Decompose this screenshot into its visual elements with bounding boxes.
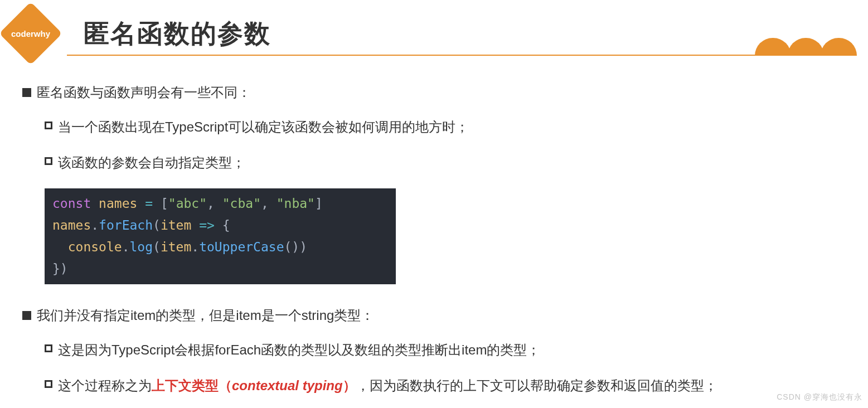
wave-shape [755,38,791,56]
code-func: forEach [99,218,153,232]
bullet-2-2: 这个过程称之为上下文类型（contextual typing），因为函数执行的上… [45,376,846,396]
code-var: names [99,196,137,211]
code-op: => [199,218,215,232]
bullet-1-1: 当一个函数出现在TypeScript可以确定该函数会被如何调用的地方时； [45,117,846,137]
code-punc: [ [161,196,168,211]
slide-title: 匿名函数的参数 [84,8,868,51]
logo: coderwhy [6,8,56,59]
code-indent [52,240,68,254]
bullet-2-2-pre: 这个过程称之为 [58,378,152,393]
code-string: "cba" [222,196,261,211]
code-punc: ( [153,218,161,232]
code-punc: { [222,218,230,232]
term-en: contextual typing [232,378,343,393]
term-close: ） [343,378,356,393]
code-punc: } [52,261,60,276]
slide-content: 匿名函数与函数声明会有一些不同： 当一个函数出现在TypeScript可以确定该… [0,56,868,396]
code-punc: . [122,240,130,254]
bullet-1-2-text: 该函数的参数会自动指定类型； [58,153,245,173]
code-punc: ( [284,240,292,254]
code-obj: console [68,240,122,254]
code-string: "nba" [277,196,315,211]
bullet-2: 我们并没有指定item的类型，但是item是一个string类型： [22,307,846,324]
code-punc: . [191,240,199,254]
code-param: item [161,240,191,254]
watermark: CSDN @穿海也没有永 [777,392,862,402]
bullet-1-text: 匿名函数与函数声明会有一些不同： [37,84,251,101]
code-punc: ( [153,240,161,254]
code-punc: . [91,218,99,232]
code-op: = [145,196,153,211]
bullet-2-1-text: 这是因为TypeScript会根据forEach函数的类型以及数组的类型推断出i… [58,340,540,360]
code-punc: ) [60,261,68,276]
bullet-2-2-post: ，因为函数执行的上下文可以帮助确定参数和返回值的类型； [356,378,717,393]
title-underline [67,55,851,56]
code-obj: names [52,218,91,232]
code-string: "abc" [168,196,207,211]
bullet-2-text: 我们并没有指定item的类型，但是item是一个string类型： [37,307,374,324]
code-func: toUpperCase [199,240,284,254]
code-keyword: const [52,196,91,211]
wave-shape [788,38,824,56]
code-param: item [161,218,191,232]
wave-shape [821,38,857,56]
code-punc: ) [299,240,307,254]
term-cn: 上下文类型（ [152,378,232,393]
decoration-waves [758,38,857,56]
code-punc: ) [292,240,299,254]
bullet-1: 匿名函数与函数声明会有一些不同： [22,84,846,101]
code-punc: ] [315,196,323,211]
logo-text: coderwhy [6,8,56,59]
code-block: const names = ["abc", "cba", "nba"] name… [45,188,396,284]
slide-header: coderwhy 匿名函数的参数 [0,0,868,56]
bullet-2-1: 这是因为TypeScript会根据forEach函数的类型以及数组的类型推断出i… [45,340,846,360]
code-punc: , [261,196,269,211]
bullet-2-2-text: 这个过程称之为上下文类型（contextual typing），因为函数执行的上… [58,376,717,396]
bullet-1-1-text: 当一个函数出现在TypeScript可以确定该函数会被如何调用的地方时； [58,117,469,137]
code-func: log [130,240,153,254]
bullet-1-2: 该函数的参数会自动指定类型； [45,153,846,173]
code-punc: , [207,196,215,211]
